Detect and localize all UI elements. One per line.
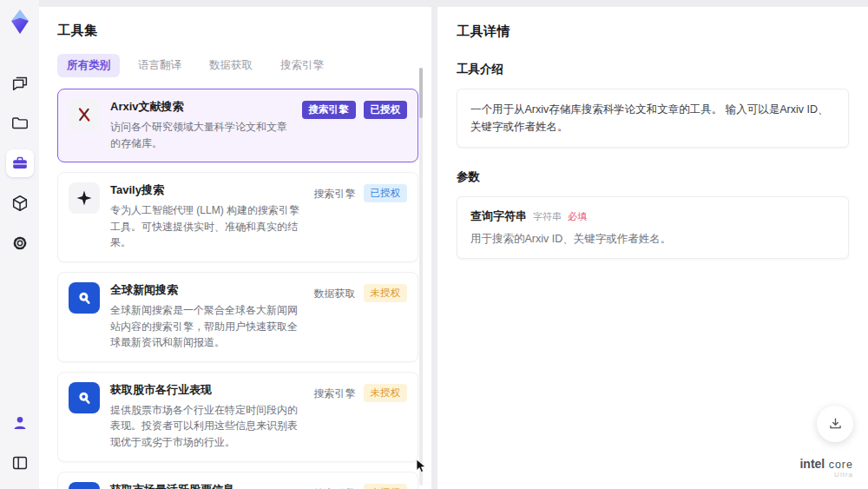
app-logo xyxy=(8,9,32,38)
tool-card[interactable]: 获取市场最活跃股票信息 提供当天交易量最高的股票列表，投资者可以利用这些信息来识… xyxy=(57,472,418,489)
tool-auth-badge: 未授权 xyxy=(364,284,408,302)
tool-category-tag: 数据获取 xyxy=(314,284,356,304)
content-area: 工具集 所有类别 语言翻译 数据获取 搜索引擎 xyxy=(39,7,868,489)
tool-auth-badge: 未授权 xyxy=(364,484,408,489)
app-window: 工具集 所有类别 语言翻译 数据获取 搜索引擎 xyxy=(0,0,868,489)
sidebar-item-settings[interactable] xyxy=(6,229,34,257)
category-tab[interactable]: 语言翻译 xyxy=(128,54,191,77)
sidebar-item-tools[interactable] xyxy=(6,149,34,177)
category-tab[interactable]: 数据获取 xyxy=(200,54,262,77)
toolbox-icon xyxy=(13,158,27,169)
tool-intro-box: 一个用于从Arxiv存储库搜索科学论文和文章的工具。 输入可以是Arxiv ID… xyxy=(457,89,849,148)
tool-title: 获取股市各行业表现 xyxy=(110,382,304,398)
tools-panel: 工具集 所有类别 语言翻译 数据获取 搜索引擎 xyxy=(39,7,431,489)
brand-core: core xyxy=(829,459,853,471)
download-icon xyxy=(827,416,844,433)
tools-panel-title: 工具集 xyxy=(57,23,431,39)
params-section-title: 参数 xyxy=(457,169,849,185)
tool-title: Arxiv文献搜索 xyxy=(110,99,292,115)
tool-intro-text: 一个用于从Arxiv存储库搜索科学论文和文章的工具。 输入可以是Arxiv ID… xyxy=(470,101,835,135)
tool-category-tag: 搜索引擎 xyxy=(302,101,356,119)
tool-description: 专为人工智能代理 (LLM) 构建的搜索引擎工具。可快速提供实时、准确和真实的结… xyxy=(110,202,304,251)
sidebar-item-models[interactable] xyxy=(6,189,34,217)
category-tab[interactable]: 搜索引擎 xyxy=(271,54,333,77)
blue-search-logo-icon xyxy=(69,382,100,413)
tool-list: Arxiv文献搜索 访问各个研究领域大量科学论文和文章的存储库。 搜索引擎 已授… xyxy=(57,89,418,489)
parameter-description: 用于搜索的Arxiv ID、关键字或作者姓名。 xyxy=(470,232,835,247)
detail-panel-title: 工具详情 xyxy=(457,23,849,40)
tool-description: 访问各个研究领域大量科学论文和文章的存储库。 xyxy=(110,119,292,151)
category-tab[interactable]: 所有类别 xyxy=(57,54,120,77)
tool-title: 全球新闻搜索 xyxy=(110,282,304,298)
 xyxy=(16,78,26,85)
blue-search-logo-icon xyxy=(69,482,100,489)
blue-search-logo-icon xyxy=(69,282,100,314)
intel-core-badge: intel core Ultra xyxy=(799,456,853,479)
category-tabs: 所有类别 语言翻译 数据获取 搜索引擎 xyxy=(57,54,431,77)
mouse-cursor xyxy=(416,459,427,473)
scrollbar-track xyxy=(419,68,423,486)
scrollbar-thumb[interactable] xyxy=(419,68,423,118)
gear-icon xyxy=(14,238,24,248)
brand-intel: intel xyxy=(799,457,825,471)
sidebar-item-chat[interactable] xyxy=(6,69,34,97)
tool-category-tag: 搜索引擎 xyxy=(314,184,356,204)
tool-auth-badge: 已授权 xyxy=(364,184,408,202)
tool-title: Tavily搜索 xyxy=(110,182,304,198)
tool-description: 提供股票市场各个行业在特定时间段内的表现。投资者可以利用这些信息来识别表现优于或… xyxy=(110,402,304,451)
tool-category-tag: 搜索引擎 xyxy=(314,484,356,489)
user-icon xyxy=(14,417,25,429)
tool-card[interactable]: 全球新闻搜索 全球新闻搜索是一个聚合全球各大新闻网站内容的搜索引擎，帮助用户快速… xyxy=(57,272,418,362)
sidebar-item-files[interactable] xyxy=(6,109,34,137)
tool-card[interactable]: 获取股市各行业表现 提供股票市场各个行业在特定时间段内的表现。投资者可以利用这些… xyxy=(57,372,418,462)
tool-auth-badge: 已授权 xyxy=(364,101,408,119)
tool-category-tag: 搜索引擎 xyxy=(314,384,356,404)
download-button[interactable] xyxy=(817,406,853,442)
tool-detail-panel: 工具详情 工具介绍 一个用于从Arxiv存储库搜索科学论文和文章的工具。 输入可… xyxy=(437,7,868,489)
intro-section-title: 工具介绍 xyxy=(457,62,849,77)
parameter-required-flag: 必填 xyxy=(568,210,587,223)
parameter-type: 字符串 xyxy=(533,210,562,223)
sidebar-item-profile[interactable] xyxy=(6,409,34,437)
parameter-box: 查询字符串 字符串 必填 用于搜索的Arxiv ID、关键字或作者姓名。 xyxy=(457,196,849,259)
tool-card[interactable]: Arxiv文献搜索 访问各个研究领域大量科学论文和文章的存储库。 搜索引擎 已授… xyxy=(57,89,418,162)
brand-ultra: Ultra xyxy=(799,472,853,479)
tool-description: 全球新闻搜索是一个聚合全球各大新闻网站内容的搜索引擎，帮助用户快速获取全球最新资… xyxy=(110,302,304,351)
tool-title: 获取市场最活跃股票信息 xyxy=(110,482,304,489)
tool-card[interactable]: Tavily搜索 专为人工智能代理 (LLM) 构建的搜索引擎工具。可快速提供实… xyxy=(57,172,418,262)
tavily-star-icon xyxy=(69,182,100,214)
sidebar-item-panel-toggle[interactable] xyxy=(6,449,34,477)
arxiv-logo-icon xyxy=(69,99,100,130)
parameter-name: 查询字符串 xyxy=(470,208,527,224)
sidebar xyxy=(0,0,39,489)
tool-auth-badge: 未授权 xyxy=(364,384,408,402)
